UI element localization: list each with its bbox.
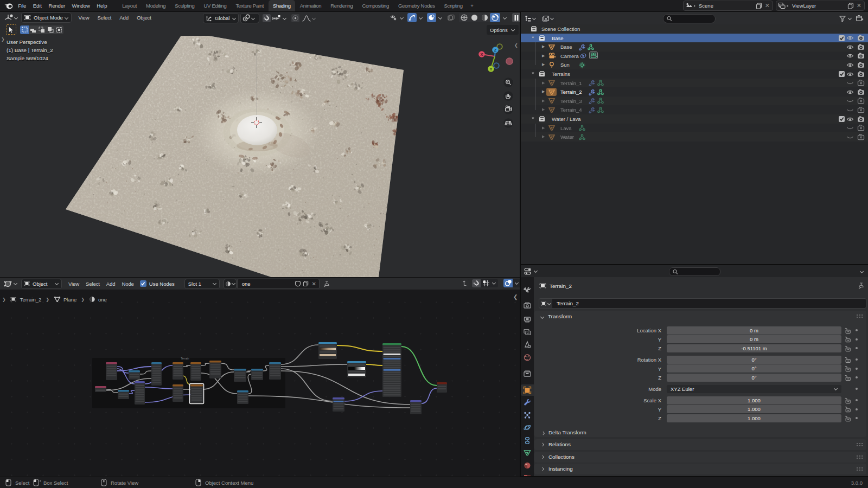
svg-text:Z: Z: [494, 48, 497, 53]
svg-text:X: X: [480, 52, 483, 57]
svg-text:Terrain: Terrain: [181, 357, 189, 360]
svg-text:Y: Y: [489, 67, 492, 72]
